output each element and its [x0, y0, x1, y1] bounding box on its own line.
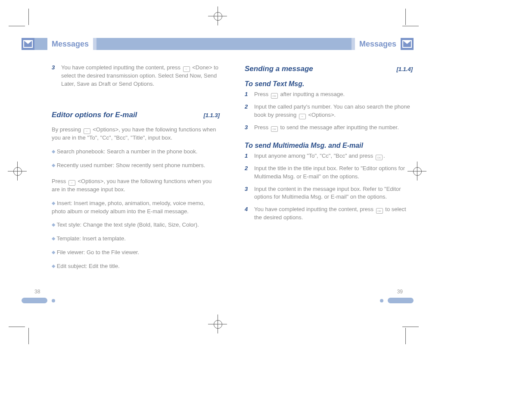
ok-key-icon	[376, 208, 383, 214]
page-dot	[380, 299, 383, 302]
crop-mark	[9, 327, 25, 327]
step: 3 Input the content in the message input…	[245, 185, 413, 202]
crop-mark	[28, 328, 29, 344]
crop-mark	[402, 327, 419, 327]
list-item: ◆ Recently used number: Show recently se…	[52, 162, 220, 170]
ok-key-icon	[271, 126, 278, 132]
crop-mark	[405, 328, 406, 344]
header-bar-left: Messages	[22, 38, 220, 50]
crop-mark	[28, 9, 29, 25]
right-column: Sending a message [1.1.4] To send Text M…	[245, 64, 413, 226]
crop-mark	[9, 26, 25, 26]
step-text: You have completed inputting the content…	[61, 64, 220, 88]
step-number: 4	[245, 206, 250, 222]
left-column: 3 You have completed inputting the conte…	[52, 64, 220, 276]
ok-key-icon	[271, 93, 278, 99]
softkey-icon	[299, 114, 306, 119]
manual-spread: Messages Messages 3 You have completed i…	[0, 0, 532, 411]
section-ref: [1.1.4]	[396, 65, 413, 74]
page-number: 38	[34, 289, 40, 295]
registration-mark	[208, 6, 227, 25]
list-item: ◆ Search phonebook: Search a number in t…	[52, 148, 220, 156]
envelope-icon	[22, 38, 34, 50]
softkey-icon	[183, 66, 190, 72]
softkey-icon	[84, 128, 90, 134]
list-item: ◆ Insert: Insert image, photo, animation…	[52, 199, 220, 216]
step-number: 1	[245, 152, 250, 160]
page-pill	[22, 298, 47, 303]
step: 1 Input anyone among "To", "Cc", "Bcc" a…	[245, 152, 413, 160]
sub-heading: To send Multimedia Msg. and E-mail	[245, 140, 413, 150]
step-3: 3 You have completed inputting the conte…	[52, 64, 220, 88]
list-item: ◆ Edit subject: Edit the title.	[52, 262, 220, 271]
step-number: 2	[245, 165, 250, 181]
paragraph: Press <Options>, you have the following …	[52, 177, 220, 194]
crop-mark	[402, 26, 419, 26]
registration-mark	[8, 162, 27, 181]
step-number: 3	[52, 64, 57, 88]
page-pill	[388, 298, 414, 303]
list-item: ◆ File viewer: Go to the File viewer.	[52, 249, 220, 257]
step: 1 Press after inputting a message.	[245, 90, 413, 99]
crop-mark	[405, 9, 406, 25]
section-title: Sending a message	[245, 64, 313, 75]
header-title: Messages	[352, 38, 401, 50]
header-bar-right: Messages	[220, 38, 414, 50]
step: 4 You have completed inputting the conte…	[245, 206, 413, 222]
step-number: 3	[245, 124, 250, 132]
page-number: 39	[397, 289, 403, 295]
section-heading: Sending a message [1.1.4]	[245, 64, 413, 75]
section-title: Editor options for E-mail	[52, 110, 137, 121]
list-item: ◆ Text style: Change the text style (Bol…	[52, 221, 220, 229]
header-title: Messages	[47, 38, 96, 50]
registration-mark	[208, 314, 227, 333]
step-number: 1	[245, 90, 250, 99]
ok-key-icon	[376, 155, 383, 160]
section-ref: [1.1.3]	[203, 112, 220, 120]
softkey-icon	[68, 180, 75, 186]
step-number: 2	[245, 103, 250, 119]
step: 2 Input the title in the title input box…	[245, 165, 413, 181]
paragraph: By pressing <Options>, you have the foll…	[52, 126, 220, 142]
page-dot	[52, 299, 55, 302]
step: 2 Input the called party's number. You c…	[245, 103, 413, 119]
list-item: ◆ Template: Insert a template.	[52, 235, 220, 243]
sub-heading: To send Text Msg.	[245, 79, 413, 89]
step-number: 3	[245, 185, 250, 202]
step: 3 Press to send the message after inputt…	[245, 124, 413, 132]
envelope-icon	[401, 38, 414, 50]
section-heading: Editor options for E-mail [1.1.3]	[52, 110, 220, 121]
